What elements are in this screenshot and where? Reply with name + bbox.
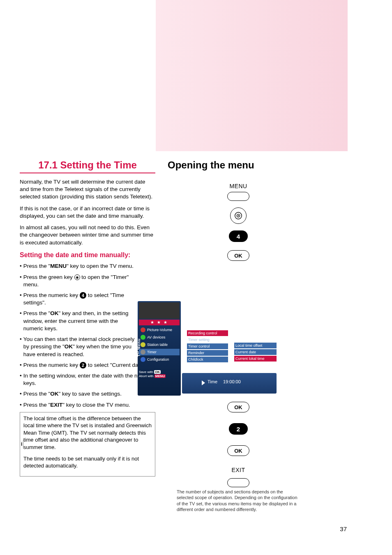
info-icon: i [20, 440, 23, 449]
green-key-icon: ◉ [74, 274, 80, 280]
osd-menu-graphic: ★ ★ ★ TV-Menu Picture-Volume AV devices … [138, 301, 281, 396]
ok-button[interactable]: OK [227, 250, 249, 261]
subheading: Setting the date and time manually: [20, 251, 155, 260]
numeric-4-button[interactable]: 4 [229, 230, 248, 242]
bullet-icon: • [20, 372, 22, 387]
ok-button[interactable]: OK [227, 402, 249, 412]
step-1: Press the "MENU" key to open the TV menu… [23, 263, 155, 270]
osd-col2-item: Reminder [187, 350, 228, 356]
step-9: Press the "EXIT" key to close the TV men… [23, 401, 155, 409]
osd-col2-item: Recording control [187, 330, 228, 336]
osd-col2-item: Timer setting [187, 337, 228, 343]
step-8: Press the "OK" key to save the settings. [23, 390, 155, 398]
bullet-icon: • [20, 362, 22, 369]
bullet-icon: • [20, 336, 22, 358]
opening-menu-title: Opening the menu [168, 159, 291, 171]
menu-button[interactable] [227, 192, 249, 201]
step-2: Press the green key ◉ to open the "Timer… [23, 274, 139, 288]
osd-col3-item-hl: Current lokal time [234, 356, 277, 362]
osd-stars: ★ ★ ★ [139, 320, 180, 325]
bullet-icon: • [20, 263, 22, 270]
page-number: 37 [340, 525, 347, 532]
osd-item: Picture-Volume [147, 328, 172, 332]
osd-item: AV devices [147, 335, 165, 339]
bullet-icon: • [20, 274, 22, 288]
numeric-2-button[interactable]: 2 [229, 423, 248, 435]
ok-button[interactable]: OK [227, 445, 249, 456]
osd-col3-item: Local time offset [234, 343, 277, 348]
exit-label: EXIT [231, 467, 245, 473]
section-title: 17.1 Setting the Time [20, 159, 155, 171]
section-underline [20, 173, 155, 173]
osd-col2-item: Childlock [187, 357, 228, 362]
osd-col3-item: Current date [234, 349, 277, 355]
bullet-icon: • [20, 390, 22, 398]
step-6: Press the numeric key 2 to select "Curre… [23, 362, 155, 369]
intro-para-2: If this is not the case, or if an incorr… [20, 205, 155, 220]
step-5: You can then start the internal clock pr… [23, 336, 139, 358]
intro-para-1: Normally, the TV set will determine the … [20, 178, 155, 201]
numeric-2-icon: 2 [80, 362, 86, 368]
osd-time-value: 19:00:00 [223, 379, 241, 384]
osd-item-active: Timer [147, 350, 157, 354]
osd-item: Configuration [147, 357, 169, 362]
numeric-4-icon: 4 [80, 292, 86, 299]
step-7: In the setting window, enter the date wi… [23, 372, 155, 387]
menu-label: MENU [229, 183, 247, 189]
svg-point-2 [238, 215, 239, 216]
green-button[interactable] [230, 207, 247, 224]
eye-icon [234, 211, 243, 220]
footnote: The number of subjects and sections depe… [177, 489, 300, 512]
play-icon [202, 380, 205, 385]
bullet-icon: • [20, 401, 22, 409]
exit-button[interactable] [227, 478, 249, 487]
info-para-2: The time needs to be set manually only i… [23, 455, 152, 470]
intro-para-3: In almost all cases, you will not need t… [20, 224, 155, 246]
header-gradient-bar [156, 0, 348, 151]
osd-time-label: Time [208, 379, 217, 384]
osd-col2-item: Timer control [187, 343, 228, 349]
osd-save-hint: Save with OK Abort with MENU [139, 370, 166, 378]
step-3: Press the numeric key 4 to select "Time … [23, 292, 139, 306]
bullet-icon: • [20, 310, 22, 332]
osd-logo [139, 302, 180, 319]
info-box: i The local time offset is the differenc… [20, 412, 155, 477]
osd-item: Station table [147, 343, 168, 347]
step-4: Press the "OK" key and then, in the sett… [23, 310, 139, 332]
osd-time-panel: Time 19:00:00 [182, 373, 277, 394]
info-para-1: The local time offset is the difference … [23, 415, 152, 451]
bullet-icon: • [20, 292, 22, 306]
